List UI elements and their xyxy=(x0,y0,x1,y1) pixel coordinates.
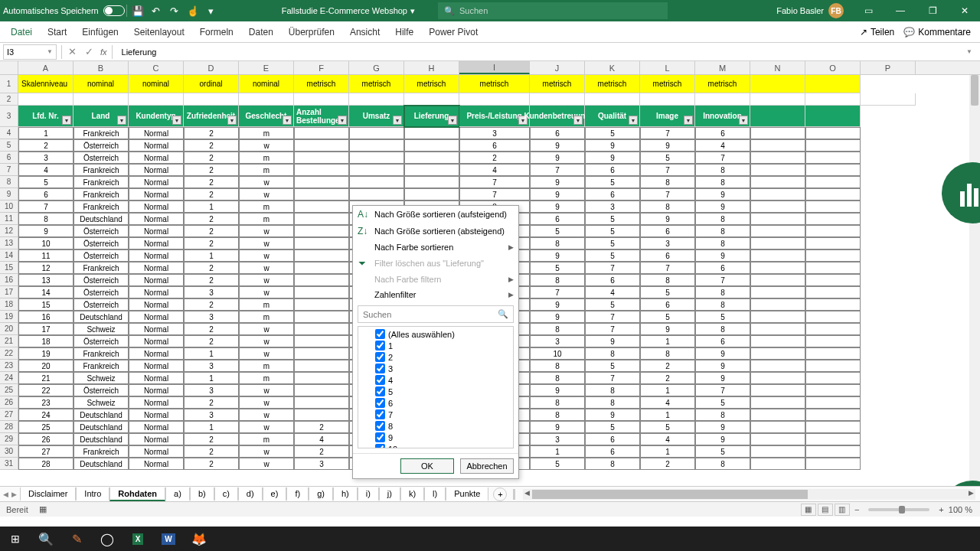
taskbar-app[interactable]: ◯ xyxy=(92,527,122,551)
cell[interactable]: 8 xyxy=(530,409,585,421)
cell[interactable] xyxy=(404,164,459,176)
cell[interactable]: w xyxy=(239,384,294,396)
cell[interactable]: 8 xyxy=(640,176,695,188)
taskbar-search[interactable]: 🔍 xyxy=(31,527,61,551)
row-header[interactable]: 13 xyxy=(0,237,18,249)
cell[interactable]: 7 xyxy=(695,152,750,164)
sheet-tab[interactable]: j) xyxy=(379,487,400,501)
cell[interactable] xyxy=(805,152,861,164)
cell[interactable]: 2 xyxy=(184,139,239,152)
cell[interactable]: 2 xyxy=(184,152,239,164)
filter-checkbox[interactable] xyxy=(375,352,385,362)
cell[interactable]: 9 xyxy=(530,298,585,311)
filter-value-item[interactable]: 6 xyxy=(375,397,508,409)
cell[interactable]: w xyxy=(239,409,294,421)
fx-icon[interactable]: fx xyxy=(97,47,110,57)
cell[interactable] xyxy=(805,213,861,225)
cell[interactable]: 4 xyxy=(294,433,349,445)
cell[interactable]: 24 xyxy=(18,409,74,421)
cell[interactable]: Frankreich xyxy=(74,262,129,274)
cell[interactable] xyxy=(805,347,861,360)
cell[interactable]: 5 xyxy=(530,225,585,237)
cell[interactable]: 7 xyxy=(530,164,585,176)
cell[interactable] xyxy=(294,311,349,323)
cell[interactable]: Normal xyxy=(129,176,184,188)
cell[interactable]: 9 xyxy=(695,249,750,262)
column-header[interactable]: J xyxy=(530,61,585,74)
column-header[interactable]: N xyxy=(750,61,805,74)
cell[interactable]: 2 xyxy=(184,458,239,470)
cell[interactable]: 10 xyxy=(530,347,585,360)
filter-value-item[interactable]: 4 xyxy=(375,374,508,386)
cell[interactable]: metrisch xyxy=(640,75,695,93)
cell[interactable]: 8 xyxy=(640,347,695,360)
cell[interactable]: 7 xyxy=(640,188,695,201)
cell[interactable]: 27 xyxy=(18,445,74,458)
cell[interactable]: 21 xyxy=(18,372,74,384)
cell[interactable]: w xyxy=(239,188,294,201)
cell[interactable]: 3 xyxy=(184,360,239,372)
formula-expand-icon[interactable]: ▼ xyxy=(966,48,977,55)
column-header[interactable]: B xyxy=(74,61,129,74)
cell[interactable]: 9 xyxy=(695,188,750,201)
cell[interactable] xyxy=(750,409,805,421)
row-header[interactable]: 24 xyxy=(0,372,18,384)
cell[interactable]: 1 xyxy=(640,384,695,396)
row-header[interactable]: 28 xyxy=(0,421,18,433)
sheet-tab[interactable]: Rohdaten xyxy=(109,487,165,501)
cell[interactable]: Normal xyxy=(129,335,184,347)
cell[interactable] xyxy=(349,188,404,201)
cell[interactable] xyxy=(294,127,349,139)
cell[interactable] xyxy=(750,360,805,372)
cell[interactable]: w xyxy=(239,347,294,360)
cell[interactable]: Frankreich xyxy=(74,127,129,139)
filter-checkbox[interactable] xyxy=(375,329,385,339)
cell[interactable]: m xyxy=(239,213,294,225)
cell[interactable]: 6 xyxy=(585,445,640,458)
taskbar-excel[interactable]: X xyxy=(122,527,153,551)
cell[interactable]: 2 xyxy=(184,274,239,286)
cell[interactable]: Deutschland xyxy=(74,458,129,470)
cell[interactable]: 3 xyxy=(184,384,239,396)
cell[interactable]: 9 xyxy=(695,433,750,445)
cell[interactable]: Lfd. Nr.▼ xyxy=(18,106,74,127)
cell[interactable] xyxy=(750,396,805,409)
cell[interactable]: Skalenniveau xyxy=(18,75,74,93)
cell[interactable]: 3 xyxy=(184,409,239,421)
cell[interactable]: 6 xyxy=(530,127,585,139)
cell[interactable]: Anzahl Bestellungen▼ xyxy=(294,106,349,127)
sheet-tab[interactable]: c) xyxy=(214,487,238,501)
sort-desc-item[interactable]: Z↓Nach Größe sortieren (absteigend) xyxy=(353,223,518,240)
cell[interactable]: Österreich xyxy=(74,335,129,347)
autosave-toggle[interactable] xyxy=(103,5,125,16)
cell[interactable]: 2 xyxy=(640,372,695,384)
cell[interactable] xyxy=(805,311,861,323)
cell[interactable]: 9 xyxy=(695,347,750,360)
cell[interactable]: w xyxy=(239,139,294,152)
cell[interactable] xyxy=(750,274,805,286)
column-header[interactable]: F xyxy=(294,61,349,74)
cell[interactable]: Image▼ xyxy=(640,106,695,127)
filter-checkbox[interactable] xyxy=(375,386,385,396)
row-header[interactable]: 23 xyxy=(0,360,18,372)
cell[interactable]: w xyxy=(239,274,294,286)
column-header[interactable]: P xyxy=(861,61,916,74)
filter-value-item[interactable]: 1 xyxy=(375,340,508,351)
cell[interactable]: 10 xyxy=(18,237,74,249)
filter-toggle-icon[interactable]: ▼ xyxy=(62,116,71,125)
cell[interactable]: Normal xyxy=(129,298,184,311)
column-header[interactable]: D xyxy=(184,61,239,74)
cell[interactable] xyxy=(750,106,805,127)
cell[interactable] xyxy=(294,409,349,421)
cell[interactable]: Geschlecht▼ xyxy=(239,106,294,127)
cell[interactable]: 9 xyxy=(530,139,585,152)
cell[interactable]: 1 xyxy=(640,409,695,421)
cell[interactable] xyxy=(294,384,349,396)
filter-toggle-icon[interactable]: ▼ xyxy=(629,116,638,125)
filter-checkbox[interactable] xyxy=(375,341,385,350)
cell[interactable]: Deutschland xyxy=(74,409,129,421)
cell[interactable] xyxy=(349,127,404,139)
cell[interactable]: 12 xyxy=(18,262,74,274)
cell[interactable] xyxy=(294,249,349,262)
cell[interactable] xyxy=(404,93,459,106)
